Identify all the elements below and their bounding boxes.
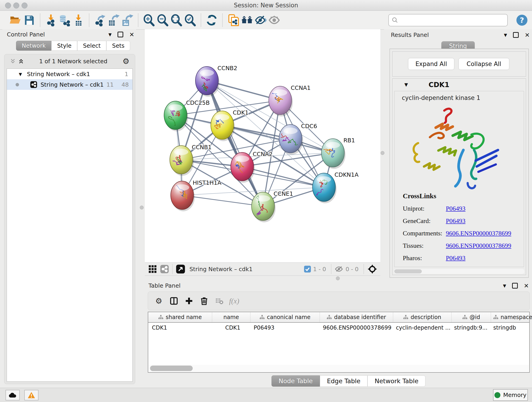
- table-panel-float-icon[interactable]: [512, 283, 518, 288]
- memory-button[interactable]: Memory: [493, 389, 528, 401]
- control-panel-collapse-icon[interactable]: ▼: [108, 32, 112, 37]
- column-header-name[interactable]: name: [212, 312, 250, 322]
- delete-column-trash-icon[interactable]: [199, 296, 209, 306]
- results-hscrollbar[interactable]: [394, 269, 525, 274]
- collapse-all-icon[interactable]: [10, 58, 16, 64]
- cell-shared-name[interactable]: CDK1: [148, 323, 212, 333]
- horizontal-splitter-handle[interactable]: [336, 276, 340, 280]
- tab-edge-table[interactable]: Edge Table: [320, 375, 367, 387]
- crosslink-link[interactable]: P06493: [446, 205, 466, 212]
- tab-network-table[interactable]: Network Table: [367, 375, 425, 387]
- zoom-selected-icon[interactable]: [183, 13, 197, 27]
- network-node-CCNA2[interactable]: [231, 153, 255, 183]
- right-splitter-handle[interactable]: [380, 151, 385, 155]
- add-column-icon[interactable]: [184, 296, 194, 306]
- search-input[interactable]: [399, 15, 507, 25]
- string-home-icon[interactable]: [240, 13, 254, 27]
- crosslink-link[interactable]: 9606.ENSP00000378699: [446, 230, 511, 237]
- crosslink-link[interactable]: P06493: [446, 217, 466, 225]
- table-panel-close-icon[interactable]: ✕: [524, 283, 529, 288]
- zoom-fit-icon[interactable]: [170, 13, 183, 27]
- crosslink-link[interactable]: P06493: [446, 254, 466, 262]
- tab-style[interactable]: Style: [51, 41, 77, 51]
- cloud-status-button[interactable]: [6, 390, 20, 400]
- open-session-icon[interactable]: [9, 13, 22, 27]
- network-node-HIST1H1A[interactable]: [171, 181, 195, 211]
- control-panel-title: Control Panel: [7, 31, 45, 38]
- network-options-gear-icon[interactable]: ⚙: [123, 57, 129, 65]
- table-row[interactable]: CDK1CDK1P064939606.ENSP00000378699cyclin…: [148, 323, 529, 333]
- column-header-database-identifier[interactable]: database identifier: [320, 312, 393, 322]
- network-node-CCNB1[interactable]: [170, 146, 194, 176]
- export-table-icon[interactable]: [107, 13, 120, 27]
- birdseye-grid-icon[interactable]: [148, 264, 157, 274]
- network-share-icon[interactable]: [160, 264, 169, 274]
- tree-expanded-icon[interactable]: ▼: [19, 72, 22, 77]
- network-node-CDC6[interactable]: [277, 124, 303, 155]
- copy-document-icon[interactable]: [226, 13, 240, 27]
- network-node-CCNB2[interactable]: [196, 66, 220, 97]
- cell-database-identifier[interactable]: 9606.ENSP00000378699: [319, 323, 392, 333]
- zoom-in-icon[interactable]: [142, 13, 156, 27]
- table-panel: Table Panel ▼ ✕ ⚙ f(x) s: [145, 281, 532, 387]
- export-image-icon[interactable]: [120, 13, 134, 27]
- zoom-out-icon[interactable]: [156, 13, 170, 27]
- cell-description[interactable]: cyclin-dependent ...: [392, 323, 450, 333]
- results-panel-collapse-icon[interactable]: ▼: [504, 32, 507, 37]
- help-button[interactable]: ?: [516, 15, 527, 26]
- network-node-CCNA1[interactable]: [269, 86, 293, 116]
- network-node-CDK1[interactable]: [211, 111, 235, 141]
- control-panel-close-icon[interactable]: ✕: [129, 32, 134, 37]
- collapse-all-button[interactable]: Collapse All: [458, 58, 509, 70]
- column-header-@id[interactable]: @id: [452, 312, 491, 322]
- table-hscroll-thumb[interactable]: [150, 366, 193, 371]
- column-header-namespace[interactable]: namespace: [491, 312, 532, 322]
- table-panel-collapse-icon[interactable]: ▼: [503, 283, 506, 288]
- tab-network[interactable]: Network: [16, 41, 51, 51]
- entry-description: cyclin-dependent kinase 1: [402, 95, 524, 101]
- control-panel-float-icon[interactable]: [118, 32, 123, 37]
- cell-namespace[interactable]: stringdb: [490, 323, 532, 333]
- open-view-icon[interactable]: [176, 264, 185, 274]
- crosslink-link[interactable]: 9606.ENSP00000378699: [446, 242, 511, 249]
- selected-checkbox-icon[interactable]: [304, 265, 311, 273]
- expand-all-icon[interactable]: [18, 58, 24, 64]
- results-panel-float-icon[interactable]: [513, 32, 519, 38]
- results-hscroll-thumb[interactable]: [394, 269, 422, 274]
- table-settings-gear-icon[interactable]: ⚙: [153, 296, 164, 306]
- table-hscrollbar[interactable]: [149, 365, 529, 372]
- camera-target-icon[interactable]: [367, 264, 378, 274]
- import-table-file-icon[interactable]: [71, 13, 85, 27]
- hide-selected-eye-icon[interactable]: [254, 13, 268, 27]
- table-toolbar: ⚙ f(x): [148, 292, 530, 310]
- tab-node-table[interactable]: Node Table: [272, 375, 320, 387]
- expand-all-button[interactable]: Expand All: [408, 58, 454, 70]
- network-collection-row[interactable]: ▼ String Network – cdk1 1: [7, 69, 133, 79]
- entry-collapse-icon[interactable]: ▼: [404, 82, 408, 87]
- delete-table-icon[interactable]: [214, 296, 225, 306]
- network-node-CCNE1[interactable]: [252, 192, 276, 222]
- import-network-database-icon[interactable]: [58, 13, 71, 27]
- column-header-canonical-name[interactable]: canonical name: [250, 312, 320, 322]
- cell-canonical-name[interactable]: P06493: [250, 323, 319, 333]
- import-network-file-icon[interactable]: [44, 13, 58, 27]
- save-session-icon[interactable]: [22, 13, 36, 27]
- cell-@id[interactable]: stringdb:9...: [450, 323, 490, 333]
- tab-select[interactable]: Select: [77, 41, 106, 51]
- show-columns-icon[interactable]: [169, 296, 179, 306]
- results-panel-close-icon[interactable]: ✕: [525, 33, 530, 37]
- tab-sets[interactable]: Sets: [106, 41, 130, 51]
- network-node-CDKN1A[interactable]: [312, 173, 336, 203]
- network-row[interactable]: String Network – cdk1 11 48: [7, 79, 133, 90]
- column-header-shared-name[interactable]: shared name: [148, 312, 212, 322]
- crosslink-label: Pharos:: [403, 254, 446, 262]
- refresh-icon[interactable]: [205, 13, 219, 27]
- cell-name[interactable]: CDK1: [212, 323, 250, 333]
- network-canvas[interactable]: CCNB2CCNA1CDC25BCDK1CDC6RB1CCNB1CCNA2CDK…: [145, 29, 380, 262]
- export-network-icon[interactable]: [93, 13, 107, 27]
- column-header-description[interactable]: description: [393, 312, 452, 322]
- left-splitter-handle[interactable]: [140, 206, 144, 210]
- function-builder-icon[interactable]: f(x): [229, 297, 239, 305]
- show-hidden-eye-icon[interactable]: [268, 13, 281, 27]
- warning-status-button[interactable]: [24, 390, 38, 400]
